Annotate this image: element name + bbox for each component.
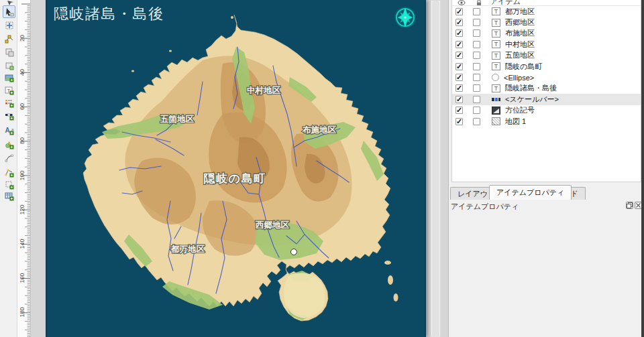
item-label: 五箇地区 <box>505 50 535 60</box>
label-item-icon: T <box>492 40 500 48</box>
item-row-map1[interactable]: ✓ 地図 1 <box>452 116 641 127</box>
item-label: 方位記号 <box>505 105 535 115</box>
visibility-checkbox[interactable]: ✓ <box>455 52 463 59</box>
items-column-title: アイテム <box>490 0 521 6</box>
select-move-item-tool-icon[interactable] <box>3 5 15 18</box>
map-item[interactable]: 中村地区 五箇地区 布施地区 隠岐の島町 西郷地区 都万地区 隠岐諸島・島後 <box>47 0 425 337</box>
items-list-header: アイテム <box>452 0 641 6</box>
lock-checkbox[interactable] <box>473 41 480 48</box>
ruler-tick-label: 80 <box>17 135 28 146</box>
lock-checkbox[interactable] <box>473 8 480 15</box>
ruler-tick-label: 40 <box>17 67 28 78</box>
map-item-icon <box>492 117 500 125</box>
visibility-checkbox[interactable]: ✓ <box>455 74 463 81</box>
layout-toolbox: T Aa <box>0 0 17 337</box>
lock-checkbox[interactable] <box>473 96 480 103</box>
lock-checkbox[interactable] <box>473 63 480 70</box>
visibility-checkbox[interactable]: ✓ <box>455 63 463 70</box>
dock-title-text: アイテムプロパティ <box>451 202 519 212</box>
ruler-tick-label: 120 <box>17 204 28 215</box>
lock-checkbox[interactable] <box>473 107 480 114</box>
item-label: 布施地区 <box>505 28 535 38</box>
move-item-content-tool-icon[interactable] <box>3 19 15 31</box>
item-label: 中村地区 <box>505 40 535 50</box>
item-row-scalebar-selected[interactable]: ✓ <スケールバー> <box>452 94 641 105</box>
ruler-tick-label: 100 <box>17 170 28 181</box>
item-row-saigo[interactable]: ✓ T 西郷地区 <box>452 17 641 27</box>
layout-page-map[interactable]: 中村地区 五箇地区 布施地区 隠岐の島町 西郷地区 都万地区 隠岐諸島・島後 <box>46 0 426 337</box>
item-row-tsuma[interactable]: ✓ T 都万地区 <box>452 6 641 17</box>
window-right-edge <box>641 0 644 337</box>
item-label: 都万地区 <box>505 7 535 17</box>
edit-nodes-tool-icon[interactable] <box>3 32 15 45</box>
add-picture-icon[interactable] <box>3 59 15 72</box>
map-label-tsuma[interactable]: 都万地区 <box>170 245 205 254</box>
add-arrow-icon[interactable] <box>3 151 15 164</box>
add-legend-icon[interactable] <box>3 96 15 109</box>
item-properties-empty-body <box>449 212 642 337</box>
add-map-icon[interactable] <box>3 71 15 84</box>
svg-text:a: a <box>11 127 14 131</box>
item-label: 隠岐諸島・島後 <box>505 83 557 93</box>
item-label: 地図 1 <box>505 117 526 127</box>
tab-item-properties[interactable]: アイテムプロパティ <box>489 185 572 200</box>
visibility-checkbox[interactable]: ✓ <box>455 84 463 92</box>
add-page-icon[interactable] <box>3 46 15 58</box>
add-shape-icon[interactable] <box>3 138 15 151</box>
item-row-goka[interactable]: ✓ T 五箇地区 <box>452 50 641 61</box>
float-panel-button[interactable] <box>626 202 633 209</box>
label-item-icon: T <box>492 84 500 92</box>
scalebar-item-icon <box>492 98 500 101</box>
vertical-ruler: 20 40 60 80 100 120 140 160 180 <box>17 0 31 337</box>
visibility-checkbox[interactable]: ✓ <box>455 29 463 37</box>
ellipse-item-icon <box>492 74 499 81</box>
layout-canvas[interactable]: 中村地区 五箇地区 布施地区 隠岐の島町 西郷地区 都万地区 隠岐諸島・島後 <box>31 0 448 337</box>
label-item-icon: T <box>492 7 500 15</box>
visibility-checkbox[interactable]: ✓ <box>455 107 463 114</box>
item-row-fuse[interactable]: ✓ T 布施地区 <box>452 28 641 39</box>
add-node-item-icon[interactable] <box>3 166 15 179</box>
add-dynamic-text-icon[interactable]: Aa <box>3 124 15 137</box>
visibility-checkbox[interactable]: ✓ <box>455 118 463 125</box>
lock-checkbox[interactable] <box>473 118 480 125</box>
visibility-column-eye-icon <box>458 0 466 6</box>
ruler-tick-label: 20 <box>17 33 28 44</box>
ellipse-item[interactable] <box>291 249 297 255</box>
visibility-checkbox[interactable]: ✓ <box>455 96 463 103</box>
lock-checkbox[interactable] <box>473 74 480 81</box>
label-item-icon: T <box>492 62 500 70</box>
map-title-item[interactable]: 隠岐諸島・島後 <box>54 5 164 22</box>
north-arrow-item[interactable] <box>394 7 416 28</box>
item-row-okinoshima-cho[interactable]: ✓ T 隠岐の島町 <box>452 61 641 72</box>
lock-checkbox[interactable] <box>473 84 480 92</box>
scrollbar-thumb[interactable] <box>432 1 439 337</box>
item-row-ellipse[interactable]: ✓ <Ellipse> <box>452 72 641 82</box>
visibility-checkbox[interactable]: ✓ <box>455 8 463 15</box>
map-label-okinoshima-cho[interactable]: 隠岐の島町 <box>204 172 266 185</box>
map-label-fuse[interactable]: 布施地区 <box>302 125 337 135</box>
map-label-goka[interactable]: 五箇地区 <box>160 115 195 124</box>
dock-tab-bar: レイアウト アイテムプロパティ ガイド <box>449 185 642 200</box>
visibility-checkbox[interactable]: ✓ <box>455 41 463 48</box>
add-scalebar-icon[interactable] <box>3 109 15 122</box>
qgis-layout-window: T Aa 20 40 60 80 100 120 140 160 180 <box>0 0 644 337</box>
add-label-icon[interactable]: T <box>3 84 15 96</box>
ruler-tick-label: 140 <box>17 239 28 249</box>
canvas-vertical-scrollbar[interactable] <box>431 0 441 337</box>
map-label-saigo[interactable]: 西郷地区 <box>255 220 290 230</box>
item-label: 隠岐の島町 <box>505 62 542 72</box>
items-dock-panel: アイテム ✓ T 都万地区 ✓ T 西郷地区 ✓ T 布施地区 ✓ T <box>448 0 641 337</box>
lock-checkbox[interactable] <box>473 52 480 59</box>
items-list: アイテム ✓ T 都万地区 ✓ T 西郷地区 ✓ T 布施地区 ✓ T <box>451 0 641 182</box>
item-row-title[interactable]: ✓ T 隠岐諸島・島後 <box>452 83 641 94</box>
map-label-nakamura[interactable]: 中村地区 <box>247 86 281 95</box>
item-row-nakamura[interactable]: ✓ T 中村地区 <box>452 39 641 50</box>
lock-checkbox[interactable] <box>473 29 480 37</box>
label-item-icon: T <box>492 19 500 27</box>
label-item-icon: T <box>492 52 500 60</box>
visibility-checkbox[interactable]: ✓ <box>455 19 463 26</box>
lock-checkbox[interactable] <box>473 19 480 26</box>
item-properties-dock-header: アイテムプロパティ <box>449 200 642 212</box>
item-row-north-arrow[interactable]: ✓ 方位記号 <box>452 105 641 116</box>
add-attribute-table-icon[interactable] <box>3 190 15 202</box>
